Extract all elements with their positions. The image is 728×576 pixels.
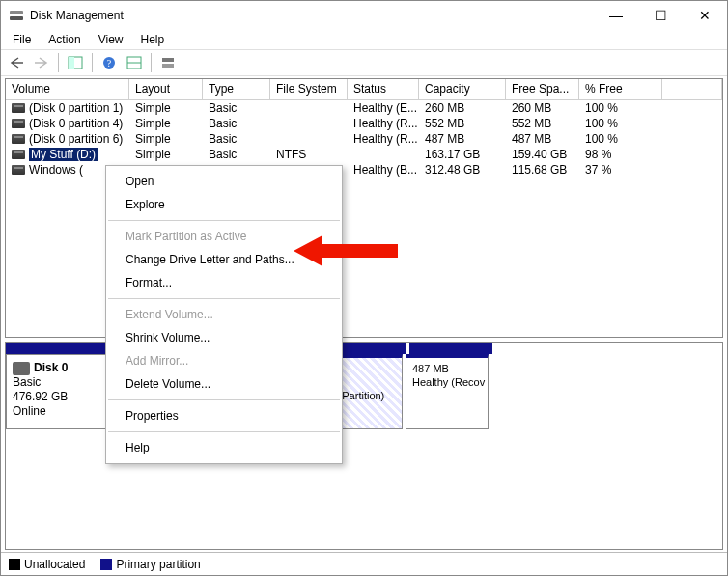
volume-row[interactable]: (Disk 0 partition 4)SimpleBasicHealthy (… [6, 116, 722, 131]
partition-block[interactable]: 487 MBHealthy (Recov [406, 354, 489, 429]
col-file-system[interactable]: File System [270, 79, 348, 100]
back-button[interactable] [5, 52, 28, 73]
menu-help[interactable]: Help [133, 31, 173, 48]
toolbar: ? [1, 49, 727, 76]
drive-list-toolbar-button[interactable] [156, 52, 180, 73]
svg-rect-8 [162, 58, 174, 62]
svg-rect-0 [10, 11, 23, 14]
legend-unallocated: Unallocated [9, 558, 85, 571]
col-type[interactable]: Type [203, 79, 270, 100]
volume-name-cell: My Stuff (D:) [6, 148, 129, 161]
col-free-space[interactable]: Free Spa... [506, 79, 579, 100]
menu-bar: File Action View Help [1, 30, 727, 49]
menu-help[interactable]: Help [106, 436, 342, 459]
svg-rect-3 [69, 57, 74, 69]
volume-row[interactable]: My Stuff (D:)SimpleBasicNTFS163.17 GB159… [6, 147, 722, 162]
disk-name: Disk 0 [34, 361, 68, 374]
col-capacity[interactable]: Capacity [419, 79, 506, 100]
volume-name-cell: (Disk 0 partition 4) [6, 117, 129, 130]
context-menu: Open Explore Mark Partition as Active Ch… [105, 165, 343, 464]
menu-shrink-volume[interactable]: Shrink Volume... [106, 326, 342, 349]
volume-row[interactable]: (Disk 0 partition 6)SimpleBasicHealthy (… [6, 131, 722, 147]
menu-open[interactable]: Open [106, 170, 342, 193]
menu-action[interactable]: Action [41, 31, 88, 48]
col-volume[interactable]: Volume [6, 79, 129, 100]
menu-change-drive-letter[interactable]: Change Drive Letter and Paths... [106, 248, 342, 271]
legend-primary: Primary partition [100, 558, 200, 571]
drive-icon [12, 165, 25, 175]
legend: Unallocated Primary partition [1, 552, 727, 575]
disk-size: 476.92 GB [13, 390, 68, 403]
app-icon [9, 8, 24, 23]
title-bar: Disk Management — ☐ ✕ [1, 1, 727, 30]
drive-icon [12, 119, 25, 128]
disk-status: Online [13, 404, 46, 418]
close-button[interactable]: ✕ [683, 1, 727, 30]
menu-explore[interactable]: Explore [106, 193, 342, 216]
svg-rect-9 [162, 64, 174, 68]
menu-delete-volume[interactable]: Delete Volume... [106, 372, 342, 396]
svg-rect-1 [10, 16, 23, 20]
volume-name-cell: (Disk 0 partition 1) [6, 101, 129, 115]
menu-add-mirror: Add Mirror... [106, 349, 342, 372]
col-layout[interactable]: Layout [129, 79, 203, 100]
disk-type: Basic [13, 375, 41, 389]
show-hide-console-tree-button[interactable] [64, 52, 87, 73]
menu-format[interactable]: Format... [106, 271, 342, 294]
settings-toolbar-button[interactable] [123, 52, 146, 73]
column-headers[interactable]: Volume Layout Type File System Status Ca… [6, 79, 722, 100]
window-title: Disk Management [30, 9, 124, 22]
menu-file[interactable]: File [5, 31, 39, 48]
maximize-button[interactable]: ☐ [638, 1, 683, 30]
col-status[interactable]: Status [348, 79, 419, 100]
menu-extend-volume: Extend Volume... [106, 303, 342, 326]
col-pct-free[interactable]: % Free [579, 79, 662, 100]
menu-properties[interactable]: Properties [106, 404, 342, 427]
swatch-unallocated [9, 559, 20, 570]
menu-mark-partition-active: Mark Partition as Active [106, 225, 342, 248]
drive-icon [12, 103, 25, 113]
swatch-primary [100, 559, 112, 570]
drive-icon [12, 150, 25, 159]
svg-text:?: ? [107, 58, 112, 69]
disk-icon [13, 362, 30, 375]
col-spacer [662, 79, 722, 100]
menu-view[interactable]: View [91, 31, 131, 48]
volume-row[interactable]: (Disk 0 partition 1)SimpleBasicHealthy (… [6, 100, 722, 116]
forward-button[interactable] [30, 52, 53, 73]
help-button[interactable]: ? [98, 52, 121, 73]
minimize-button[interactable]: — [594, 1, 638, 30]
drive-icon [12, 134, 25, 144]
volume-name-cell: (Disk 0 partition 6) [6, 132, 129, 146]
disk-label[interactable]: Disk 0 Basic 476.92 GB Online [6, 354, 110, 429]
